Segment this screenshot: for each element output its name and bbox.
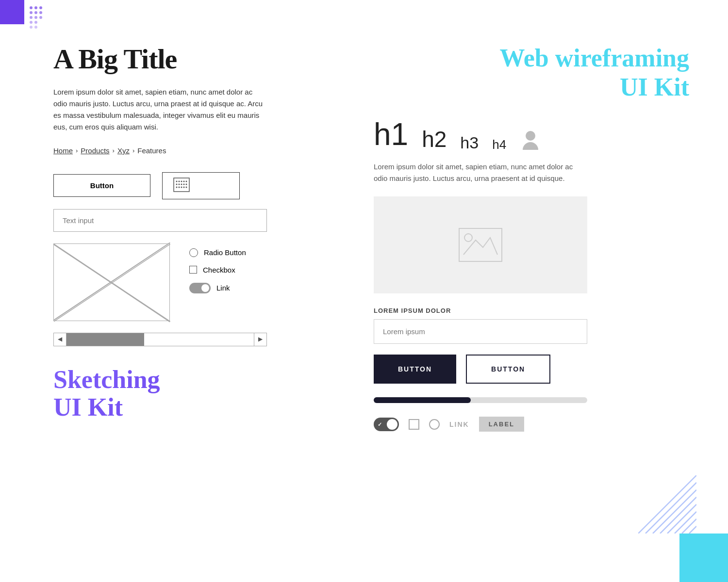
left-body-text: Lorem ipsum dolor sit amet, sapien etiam… (53, 86, 267, 133)
page-big-title: A Big Title (53, 44, 325, 75)
wireframe-row-2: Radio Button Checkbox Link (53, 243, 325, 321)
wf-scrollbar[interactable]: ◀ ▶ (53, 333, 267, 346)
svg-point-34 (176, 186, 178, 188)
svg-point-31 (181, 183, 182, 185)
svg-line-19 (667, 504, 696, 534)
radio-label: Radio Button (204, 248, 246, 257)
svg-point-30 (179, 183, 180, 185)
svg-point-7 (30, 16, 33, 19)
check-icon: ✓ (378, 421, 382, 427)
svg-point-4 (30, 11, 33, 14)
svg-point-29 (176, 183, 178, 185)
wf-image-right (374, 196, 587, 293)
wf-text-input[interactable] (53, 209, 267, 232)
toggle-row: Link (189, 283, 246, 293)
svg-point-32 (183, 183, 185, 185)
svg-line-21 (682, 519, 696, 534)
breadcrumb-home[interactable]: Home (53, 146, 73, 155)
scroll-track (66, 333, 254, 346)
svg-point-6 (39, 11, 42, 14)
toggle-checked-knob (387, 419, 397, 430)
svg-rect-0 (0, 0, 24, 24)
wf-image-box (53, 243, 170, 321)
radio-outline[interactable] (429, 419, 440, 430)
form-label: LOREM IPSUM DOLOR (374, 307, 689, 314)
wireframe-row-1: Button (53, 172, 325, 199)
typo-h3: h3 (460, 133, 479, 152)
toggle-knob (201, 284, 209, 292)
svg-point-38 (186, 186, 187, 188)
svg-point-3 (39, 6, 42, 9)
calendar-icon (173, 178, 190, 194)
svg-point-12 (30, 26, 33, 29)
svg-point-28 (186, 180, 187, 182)
breadcrumb-products[interactable]: Products (81, 146, 109, 155)
radio-button[interactable] (189, 248, 198, 257)
svg-point-35 (179, 186, 180, 188)
svg-point-11 (34, 21, 37, 24)
typography-row: h1 h2 h3 h4 (374, 116, 689, 152)
left-column: A Big Title Lorem ipsum dolor sit amet, … (53, 44, 325, 432)
sketching-line2: UI Kit (53, 393, 325, 421)
link-label[interactable]: LINK (449, 420, 469, 428)
svg-line-18 (660, 497, 696, 534)
corner-decoration-br-lines (638, 475, 701, 538)
progress-bar-fill (374, 397, 471, 403)
breadcrumb-sep1: › (76, 147, 78, 154)
checkbox-outline[interactable] (409, 419, 419, 430)
svg-point-37 (183, 186, 185, 188)
sketching-title: Sketching UI Kit (53, 366, 325, 421)
progress-bar (374, 397, 587, 403)
svg-point-13 (34, 26, 37, 29)
breadcrumb-sep2: › (113, 147, 115, 154)
svg-rect-14 (679, 534, 728, 582)
breadcrumb-xyz[interactable]: Xyz (117, 146, 130, 155)
svg-point-10 (30, 21, 33, 24)
svg-line-22 (689, 526, 696, 534)
breadcrumb-sep3: › (132, 147, 134, 154)
scroll-arrow-left[interactable]: ◀ (54, 333, 66, 346)
svg-point-1 (30, 6, 33, 9)
breadcrumb: Home › Products › Xyz › Features (53, 146, 325, 155)
wf-date-input[interactable] (162, 172, 240, 199)
avatar-body (523, 142, 538, 150)
corner-decoration-tl (0, 0, 44, 44)
svg-point-24 (176, 180, 178, 182)
typo-h2: h2 (422, 126, 447, 152)
wf-toggle[interactable] (189, 283, 211, 293)
svg-point-36 (181, 186, 182, 188)
buttons-row: BUTTON BUTTON (374, 355, 689, 384)
wireframing-line2: UI Kit (374, 73, 689, 102)
checkbox-label: Checkbox (203, 266, 235, 274)
avatar-head (526, 131, 535, 141)
form-input[interactable] (374, 319, 587, 344)
sketching-line1: Sketching (53, 366, 325, 393)
scroll-thumb (66, 333, 144, 346)
typo-h1: h1 (374, 116, 408, 152)
svg-point-42 (464, 234, 472, 242)
wf-button[interactable]: Button (53, 174, 150, 197)
wireframing-title: Web wireframing UI Kit (374, 44, 689, 102)
svg-point-9 (39, 16, 42, 19)
scroll-arrow-right[interactable]: ▶ (254, 333, 266, 346)
svg-point-33 (186, 183, 187, 185)
svg-point-5 (34, 11, 37, 14)
image-placeholder-icon (459, 228, 502, 262)
secondary-button[interactable]: BUTTON (466, 355, 550, 384)
bottom-controls: ✓ LINK LABEL (374, 417, 689, 432)
avatar-icon (520, 131, 541, 152)
radio-row: Radio Button (189, 248, 246, 257)
toggle-checked[interactable]: ✓ (374, 418, 399, 431)
svg-point-25 (179, 180, 180, 182)
svg-line-15 (638, 475, 696, 534)
primary-button[interactable]: BUTTON (374, 355, 456, 384)
checkbox-row: Checkbox (189, 266, 246, 274)
wf-controls: Radio Button Checkbox Link (189, 243, 246, 293)
typo-h4: h4 (492, 137, 506, 152)
checkbox[interactable] (189, 266, 197, 274)
label-badge: LABEL (479, 417, 524, 432)
svg-point-27 (183, 180, 185, 182)
svg-point-26 (181, 180, 182, 182)
right-body-text: Lorem ipsum dolor sit amet, sapien etiam… (374, 161, 578, 185)
wireframing-line1: Web wireframing (374, 44, 689, 73)
